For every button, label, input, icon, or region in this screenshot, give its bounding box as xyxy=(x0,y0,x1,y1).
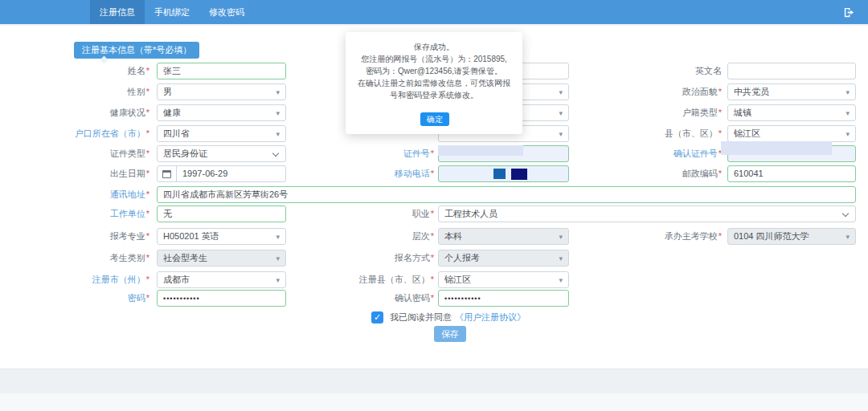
agreement-text: 我已阅读并同意 xyxy=(390,311,452,324)
birth-date-input[interactable]: 1997-06-29 xyxy=(157,165,286,182)
register-county-label: 注册县（市、区）* xyxy=(305,271,434,288)
nav-tabs: 注册信息 手机绑定 修改密码 xyxy=(90,0,254,24)
id-number-label: 证件号* xyxy=(305,145,434,162)
mobile-label: 移动电话* xyxy=(305,165,434,182)
english-name-label: 英文名 xyxy=(583,63,722,79)
register-city-label: 注册市（州）* xyxy=(8,271,149,288)
political-label: 政治面貌* xyxy=(583,83,722,100)
county-label: 县（市、区）* xyxy=(583,125,722,142)
caret-down-icon: ▾ xyxy=(559,106,563,121)
calendar-icon[interactable] xyxy=(158,166,177,181)
caret-down-icon: ▾ xyxy=(276,127,280,142)
caret-down-icon: ▾ xyxy=(276,85,280,100)
dialog-text: 保存成功。 xyxy=(346,41,522,53)
health-label: 健康状况* xyxy=(8,104,149,121)
chevron-down-icon xyxy=(272,150,279,157)
save-button[interactable]: 保存 xyxy=(434,326,466,342)
caret-down-icon: ▾ xyxy=(559,127,563,142)
redaction-block xyxy=(438,145,523,156)
tab-phone-binding[interactable]: 手机绑定 xyxy=(145,0,199,24)
candidate-type-select[interactable]: 社会型考生▾ xyxy=(157,250,286,267)
confirm-password-input[interactable]: ••••••••••• xyxy=(438,290,569,307)
id-type-label: 证件类型* xyxy=(8,145,149,162)
caret-down-icon: ▾ xyxy=(559,251,563,267)
register-county-select[interactable]: 锦江区▾ xyxy=(438,271,569,288)
major-select[interactable]: H050201 英语▾ xyxy=(157,228,286,245)
caret-down-icon: ▾ xyxy=(559,85,563,100)
confirm-password-label: 确认密码* xyxy=(305,290,434,307)
password-label: 密码* xyxy=(8,290,149,307)
agreement-row: ✓ 我已阅读并同意 《用户注册协议》 xyxy=(371,311,526,324)
tab-registration-info[interactable]: 注册信息 xyxy=(90,0,145,24)
occupation-label: 职业* xyxy=(305,206,434,222)
id-number-input[interactable] xyxy=(438,145,569,162)
dialog-text: 在确认注册之前如需修改信息，可凭该网报号和密码登录系统修改。 xyxy=(346,77,522,101)
hukou-type-label: 户籍类型* xyxy=(583,104,722,121)
confirm-id-label: 确认证件号* xyxy=(583,145,722,162)
chevron-down-icon xyxy=(842,210,849,217)
level-select[interactable]: 本科▾ xyxy=(438,228,569,245)
english-name-input[interactable] xyxy=(727,63,856,79)
birth-date-label: 出生日期* xyxy=(8,165,149,182)
tab-change-password[interactable]: 修改密码 xyxy=(199,0,254,24)
caret-down-icon: ▾ xyxy=(845,85,850,100)
caret-down-icon: ▾ xyxy=(845,230,850,245)
dialog-text: 您注册的网报号（流水号）为：2015895, xyxy=(346,53,522,65)
province-label: 户口所在省（市）* xyxy=(8,125,149,142)
register-method-label: 报名方式* xyxy=(305,250,434,267)
caret-down-icon: ▾ xyxy=(845,127,850,142)
dialog-ok-button[interactable]: 确定 xyxy=(420,112,449,126)
password-input[interactable]: ••••••••••• xyxy=(157,290,286,307)
major-label: 报考专业* xyxy=(8,228,149,245)
caret-down-icon: ▾ xyxy=(276,251,280,267)
logout-icon[interactable] xyxy=(843,6,855,18)
school-select[interactable]: 0104 四川师范大学▾ xyxy=(727,228,856,245)
caret-down-icon: ▾ xyxy=(276,273,280,288)
footer-band-lower xyxy=(0,393,868,411)
caret-down-icon: ▾ xyxy=(845,106,850,121)
register-method-select[interactable]: 个人报考▾ xyxy=(438,250,569,267)
province-select[interactable]: 四川省▾ xyxy=(157,125,286,142)
level-label: 层次* xyxy=(305,228,434,245)
address-label: 通讯地址* xyxy=(8,186,149,203)
name-input[interactable]: 张三 xyxy=(157,63,286,79)
caret-down-icon: ▾ xyxy=(276,230,280,245)
section-badge: 注册基本信息（带*号必填） xyxy=(74,42,199,59)
redaction-block xyxy=(493,169,506,179)
mobile-input[interactable] xyxy=(438,165,569,182)
caret-down-icon: ▾ xyxy=(276,106,280,121)
agreement-link[interactable]: 《用户注册协议》 xyxy=(455,311,526,324)
school-label: 承办主考学校* xyxy=(583,228,722,245)
candidate-type-label: 考生类别* xyxy=(8,250,149,267)
name-label: 姓名* xyxy=(8,63,149,79)
caret-down-icon: ▾ xyxy=(559,273,563,288)
occupation-select[interactable]: 工程技术人员 xyxy=(438,206,856,222)
agreement-checkbox[interactable]: ✓ xyxy=(371,311,383,324)
postcode-input[interactable]: 610041 xyxy=(727,165,856,182)
gender-label: 性别* xyxy=(8,83,149,100)
hukou-type-select[interactable]: 城镇▾ xyxy=(727,104,856,121)
dialog-text: 密码为：Qwer@123456,请妥善保管。 xyxy=(346,65,522,77)
redaction-block xyxy=(721,141,832,155)
register-city-select[interactable]: 成都市▾ xyxy=(157,271,286,288)
confirm-id-input[interactable] xyxy=(727,145,856,162)
postcode-label: 邮政编码* xyxy=(583,165,722,182)
employer-label: 工作单位* xyxy=(8,206,149,222)
save-success-dialog: 保存成功。 您注册的网报号（流水号）为：2015895, 密码为：Qwer@12… xyxy=(346,32,522,134)
id-type-select[interactable]: 居民身份证 xyxy=(157,145,286,162)
county-select[interactable]: 锦江区▾ xyxy=(727,125,856,142)
employer-input[interactable]: 无 xyxy=(157,206,286,222)
political-select[interactable]: 中共党员▾ xyxy=(727,83,856,100)
footer-band xyxy=(0,368,868,393)
address-input[interactable]: 四川省成都市高新区芳草街26号 xyxy=(157,186,856,203)
health-select[interactable]: 健康▾ xyxy=(157,104,286,121)
registration-page: 注册信息 手机绑定 修改密码 注册基本信息（带*号必填） 姓名* 张三 英文名 … xyxy=(0,0,868,411)
caret-down-icon: ▾ xyxy=(559,230,563,245)
redaction-block xyxy=(511,169,527,180)
gender-select[interactable]: 男▾ xyxy=(157,83,286,100)
top-navbar: 注册信息 手机绑定 修改密码 xyxy=(0,0,868,24)
